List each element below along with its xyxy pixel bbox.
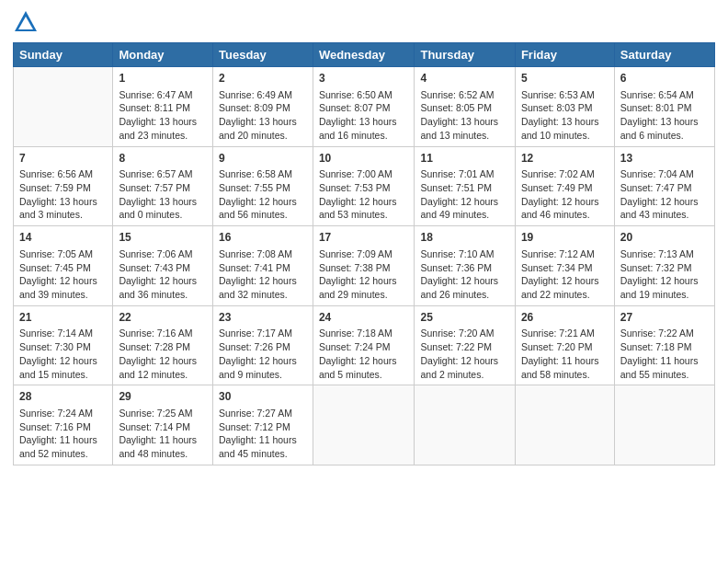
cell-text: and 32 minutes. [219, 288, 307, 302]
calendar-cell: 17Sunrise: 7:09 AMSunset: 7:38 PMDayligh… [313, 226, 415, 306]
calendar-cell: 15Sunrise: 7:06 AMSunset: 7:43 PMDayligh… [113, 226, 213, 306]
cell-text: Sunset: 7:47 PM [620, 181, 709, 195]
calendar-cell [614, 385, 714, 465]
cell-text: Daylight: 12 hours [420, 274, 508, 288]
cell-text: and 13 minutes. [420, 129, 508, 143]
calendar-cell: 26Sunrise: 7:21 AMSunset: 7:20 PMDayligh… [515, 305, 614, 385]
page: SundayMondayTuesdayWednesdayThursdayFrid… [0, 0, 728, 563]
cell-text: and 6 minutes. [620, 129, 709, 143]
cell-text: Daylight: 11 hours [521, 354, 609, 368]
cell-text: Daylight: 12 hours [620, 274, 709, 288]
day-number: 17 [319, 230, 409, 246]
day-number: 16 [219, 230, 307, 246]
cell-text: Sunrise: 7:20 AM [420, 327, 508, 340]
calendar-cell: 21Sunrise: 7:14 AMSunset: 7:30 PMDayligh… [14, 305, 113, 385]
calendar-cell [313, 385, 415, 465]
cell-text: Sunset: 7:24 PM [319, 340, 409, 354]
cell-text: Sunset: 7:51 PM [420, 181, 508, 195]
cell-text: Sunrise: 6:58 AM [219, 167, 307, 181]
cell-text: Daylight: 13 hours [219, 115, 307, 129]
day-number: 15 [119, 230, 207, 246]
calendar-week-row: 1Sunrise: 6:47 AMSunset: 8:11 PMDaylight… [14, 67, 715, 147]
cell-text: and 20 minutes. [219, 129, 307, 143]
cell-text: and 29 minutes. [319, 288, 409, 302]
cell-text: Daylight: 11 hours [19, 433, 107, 447]
cell-text: Sunset: 7:59 PM [19, 181, 107, 195]
cell-text: and 3 minutes. [19, 208, 107, 222]
cell-text: and 2 minutes. [420, 368, 508, 382]
day-number: 12 [521, 151, 609, 167]
cell-text: Daylight: 13 hours [521, 115, 609, 129]
day-number: 6 [620, 71, 709, 86]
calendar-cell: 9Sunrise: 6:58 AMSunset: 7:55 PMDaylight… [213, 146, 313, 226]
calendar-cell: 28Sunrise: 7:24 AMSunset: 7:16 PMDayligh… [14, 385, 113, 465]
cell-text: and 43 minutes. [620, 208, 709, 222]
cell-text: Sunrise: 7:12 AM [521, 247, 609, 261]
day-number: 1 [119, 71, 207, 86]
cell-text: and 56 minutes. [219, 208, 307, 222]
cell-text: and 48 minutes. [119, 447, 207, 461]
cell-text: Sunrise: 7:08 AM [219, 247, 307, 261]
cell-text: Sunset: 8:03 PM [521, 101, 609, 115]
cell-text: Sunset: 8:11 PM [119, 101, 207, 115]
cell-text: Sunset: 8:09 PM [219, 101, 307, 115]
cell-text: Sunrise: 7:04 AM [620, 167, 709, 181]
cell-text: Sunrise: 7:22 AM [620, 327, 709, 340]
day-number: 26 [521, 310, 609, 326]
cell-text: and 10 minutes. [521, 129, 609, 143]
cell-text: Daylight: 12 hours [219, 195, 307, 209]
calendar-cell: 4Sunrise: 6:52 AMSunset: 8:05 PMDaylight… [415, 67, 515, 147]
cell-text: Sunrise: 7:13 AM [620, 247, 709, 261]
cell-text: Sunset: 7:28 PM [119, 340, 207, 354]
cell-text: Daylight: 13 hours [119, 195, 207, 209]
cell-text: Sunset: 7:16 PM [19, 420, 107, 434]
day-number: 18 [420, 230, 508, 246]
cell-text: Sunrise: 7:05 AM [19, 247, 107, 261]
cell-text: and 45 minutes. [219, 447, 307, 461]
cell-text: and 23 minutes. [119, 129, 207, 143]
cell-text: Daylight: 12 hours [521, 274, 609, 288]
cell-text: Sunrise: 7:25 AM [119, 407, 207, 420]
day-number: 2 [219, 71, 307, 86]
calendar-cell [515, 385, 614, 465]
day-number: 13 [620, 151, 709, 167]
cell-text: and 19 minutes. [620, 288, 709, 302]
cell-text: Daylight: 11 hours [620, 354, 709, 368]
cell-text: Daylight: 13 hours [420, 115, 508, 129]
calendar-cell: 5Sunrise: 6:53 AMSunset: 8:03 PMDaylight… [515, 67, 614, 147]
day-number: 22 [119, 310, 207, 326]
cell-text: Sunset: 7:34 PM [521, 261, 609, 275]
cell-text: Sunset: 7:14 PM [119, 420, 207, 434]
cell-text: Sunset: 7:18 PM [620, 340, 709, 354]
cell-text: and 58 minutes. [521, 368, 609, 382]
cell-text: Daylight: 12 hours [620, 195, 709, 209]
cell-text: Sunrise: 7:06 AM [119, 247, 207, 261]
calendar-cell: 7Sunrise: 6:56 AMSunset: 7:59 PMDaylight… [14, 146, 113, 226]
cell-text: and 36 minutes. [119, 288, 207, 302]
cell-text: Sunset: 7:49 PM [521, 181, 609, 195]
day-number: 21 [19, 310, 107, 326]
day-number: 20 [620, 230, 709, 246]
day-number: 30 [219, 389, 307, 405]
cell-text: Sunrise: 7:10 AM [420, 247, 508, 261]
cell-text: Sunset: 7:41 PM [219, 261, 307, 275]
cell-text: Daylight: 12 hours [319, 274, 409, 288]
cell-text: Sunset: 7:57 PM [119, 181, 207, 195]
cell-text: Daylight: 13 hours [19, 195, 107, 209]
cell-text: Daylight: 12 hours [319, 354, 409, 368]
cell-text: Daylight: 12 hours [219, 274, 307, 288]
cell-text: Sunrise: 7:00 AM [319, 167, 409, 181]
cell-text: and 52 minutes. [19, 447, 107, 461]
cell-text: and 46 minutes. [521, 208, 609, 222]
calendar-cell: 25Sunrise: 7:20 AMSunset: 7:22 PMDayligh… [415, 305, 515, 385]
cell-text: Daylight: 13 hours [319, 115, 409, 129]
cell-text: Sunrise: 7:17 AM [219, 327, 307, 340]
calendar-cell: 23Sunrise: 7:17 AMSunset: 7:26 PMDayligh… [213, 305, 313, 385]
cell-text: Daylight: 12 hours [521, 195, 609, 209]
day-number: 25 [420, 310, 508, 326]
day-number: 5 [521, 71, 609, 86]
cell-text: Sunrise: 6:57 AM [119, 167, 207, 181]
calendar-cell: 3Sunrise: 6:50 AMSunset: 8:07 PMDaylight… [313, 67, 415, 147]
calendar-cell: 6Sunrise: 6:54 AMSunset: 8:01 PMDaylight… [614, 67, 714, 147]
calendar-week-row: 7Sunrise: 6:56 AMSunset: 7:59 PMDaylight… [14, 146, 715, 226]
